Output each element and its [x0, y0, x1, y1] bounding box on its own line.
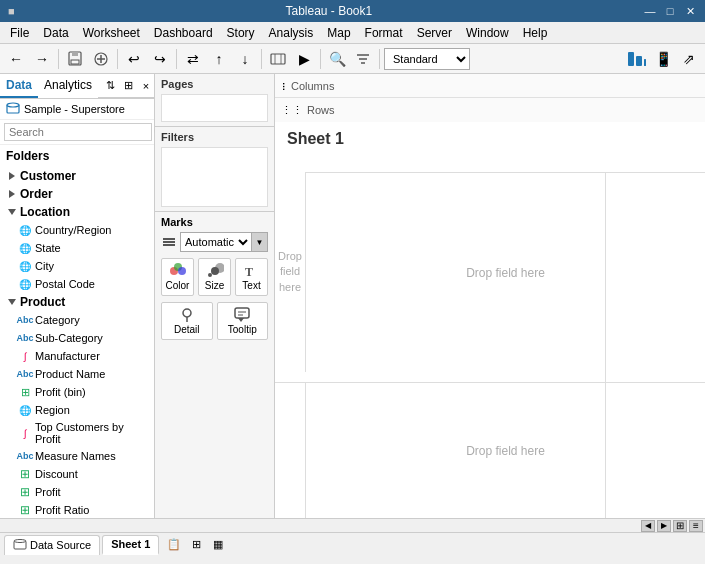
- field-measure-names[interactable]: Abc Measure Names: [0, 447, 154, 465]
- sheet-canvas: Sheet 1 Drop field here Dropfieldhere Dr…: [275, 122, 705, 518]
- device-preview-button[interactable]: 📱: [651, 47, 675, 71]
- toolbar-separator-3: [176, 49, 177, 69]
- marks-size-button[interactable]: Size: [198, 258, 231, 296]
- columns-shelf[interactable]: ⫶ Columns: [275, 74, 705, 98]
- marks-label: Marks: [161, 216, 268, 228]
- menu-worksheet[interactable]: Worksheet: [77, 24, 146, 42]
- field-profit[interactable]: ⊞ Profit: [0, 483, 154, 501]
- field-top-customers-label: Top Customers by Profit: [35, 421, 148, 445]
- new-dashboard-button[interactable]: ⊞: [187, 536, 205, 554]
- geo-icon-4: 🌐: [18, 277, 32, 291]
- undo-button[interactable]: ↩: [122, 47, 146, 71]
- menu-story[interactable]: Story: [221, 24, 261, 42]
- save-button[interactable]: [63, 47, 87, 71]
- menu-help[interactable]: Help: [517, 24, 554, 42]
- new-sheet-button[interactable]: 📋: [165, 536, 183, 554]
- forward-button[interactable]: →: [30, 47, 54, 71]
- maximize-button[interactable]: □: [663, 4, 677, 18]
- field-discount[interactable]: ⊞ Discount: [0, 465, 154, 483]
- marks-detail-label: Detail: [174, 324, 200, 335]
- field-region[interactable]: 🌐 Region: [0, 401, 154, 419]
- datasource-icon: [6, 102, 20, 116]
- marks-text-button[interactable]: T Text: [235, 258, 268, 296]
- field-profit-bin[interactable]: ⊞ Profit (bin): [0, 383, 154, 401]
- list-view-button[interactable]: ≡: [689, 520, 703, 532]
- scroll-right-button[interactable]: ▶: [657, 520, 671, 532]
- grid-view-button[interactable]: ⊞: [673, 520, 687, 532]
- view-size-select[interactable]: Standard Fit Width Fit Height Entire Vie…: [384, 48, 470, 70]
- menu-data[interactable]: Data: [37, 24, 74, 42]
- field-postal-code[interactable]: 🌐 Postal Code: [0, 275, 154, 293]
- menu-window[interactable]: Window: [460, 24, 515, 42]
- grid-icon[interactable]: ⊞: [120, 78, 136, 94]
- field-city-label: City: [35, 260, 54, 272]
- field-postal-code-label: Postal Code: [35, 278, 95, 290]
- present-button[interactable]: ▶: [292, 47, 316, 71]
- field-sub-category[interactable]: Abc Sub-Category: [0, 329, 154, 347]
- field-profit-bin-label: Profit (bin): [35, 386, 86, 398]
- close-button[interactable]: ✕: [683, 4, 697, 18]
- new-story-button[interactable]: ▦: [209, 536, 227, 554]
- folder-location[interactable]: Location: [0, 203, 154, 221]
- field-sub-category-label: Sub-Category: [35, 332, 103, 344]
- sheet1-tab-label: Sheet 1: [111, 538, 150, 550]
- calc-icon-2: ∫: [18, 426, 32, 440]
- main-layout: Data Analytics ⇅ ⊞ × Sample - Superstore…: [0, 74, 705, 518]
- field-product-name[interactable]: Abc Product Name: [0, 365, 154, 383]
- minimize-button[interactable]: —: [643, 4, 657, 18]
- field-country-region[interactable]: 🌐 Country/Region: [0, 221, 154, 239]
- sort-icon[interactable]: ⇅: [102, 78, 118, 94]
- tab-datasource[interactable]: Data Source: [4, 535, 100, 555]
- field-profit-ratio[interactable]: ⊞ Profit Ratio: [0, 501, 154, 518]
- menu-server[interactable]: Server: [411, 24, 458, 42]
- fit-button[interactable]: [266, 47, 290, 71]
- scroll-left-button[interactable]: ◀: [641, 520, 655, 532]
- swap-button[interactable]: ⇄: [181, 47, 205, 71]
- marks-detail-button[interactable]: Detail: [161, 302, 213, 340]
- back-button[interactable]: ←: [4, 47, 28, 71]
- tab-analytics[interactable]: Analytics: [38, 74, 98, 98]
- filters-drop-area[interactable]: [161, 147, 268, 207]
- columns-label: Columns: [291, 80, 334, 92]
- field-top-customers[interactable]: ∫ Top Customers by Profit: [0, 419, 154, 447]
- marks-select-arrow[interactable]: ▼: [252, 232, 268, 252]
- toolbar: ← → ↩ ↪ ⇄ ↑ ↓ ▶ 🔍 Standard Fit Width Fit…: [0, 44, 705, 74]
- sort-desc-button[interactable]: ↓: [233, 47, 257, 71]
- share-button[interactable]: ⇗: [677, 47, 701, 71]
- menu-file[interactable]: File: [4, 24, 35, 42]
- folder-customer[interactable]: Customer: [0, 167, 154, 185]
- menu-map[interactable]: Map: [321, 24, 356, 42]
- rows-shelf[interactable]: ⋮⋮ Rows: [275, 98, 705, 122]
- folder-order[interactable]: Order: [0, 185, 154, 203]
- filters-shelf: Filters: [155, 127, 274, 212]
- sort-asc-button[interactable]: ↑: [207, 47, 231, 71]
- tab-sheet1[interactable]: Sheet 1: [102, 535, 159, 555]
- field-manufacturer[interactable]: ∫ Manufacturer: [0, 347, 154, 365]
- filter-button[interactable]: [351, 47, 375, 71]
- marks-type-select[interactable]: Automatic Bar Line Area Square Circle Sh…: [180, 232, 252, 252]
- folder-product[interactable]: Product: [0, 293, 154, 311]
- left-panel: Data Analytics ⇅ ⊞ × Sample - Superstore…: [0, 74, 155, 518]
- highlight-button[interactable]: 🔍: [325, 47, 349, 71]
- menu-dashboard[interactable]: Dashboard: [148, 24, 219, 42]
- field-state[interactable]: 🌐 State: [0, 239, 154, 257]
- marks-color-button[interactable]: Color: [161, 258, 194, 296]
- svg-point-22: [178, 267, 186, 275]
- datasource-tab-icon: [13, 539, 27, 551]
- datasource-name: Sample - Superstore: [24, 103, 125, 115]
- menu-analysis[interactable]: Analysis: [263, 24, 320, 42]
- search-input[interactable]: [4, 123, 152, 141]
- new-datasource-button[interactable]: [89, 47, 113, 71]
- field-category[interactable]: Abc Category: [0, 311, 154, 329]
- tab-data[interactable]: Data: [0, 74, 38, 98]
- search-small-icon[interactable]: ×: [138, 78, 154, 94]
- menu-format[interactable]: Format: [359, 24, 409, 42]
- canvas-area[interactable]: Drop field here Dropfieldhere Drop field…: [275, 122, 705, 518]
- redo-button[interactable]: ↪: [148, 47, 172, 71]
- marks-tooltip-button[interactable]: Tooltip: [217, 302, 269, 340]
- show-me-button[interactable]: [625, 47, 649, 71]
- svg-marker-30: [238, 318, 244, 322]
- marks-type-row: Automatic Bar Line Area Square Circle Sh…: [161, 232, 268, 252]
- pages-drop-area[interactable]: [161, 94, 268, 122]
- field-city[interactable]: 🌐 City: [0, 257, 154, 275]
